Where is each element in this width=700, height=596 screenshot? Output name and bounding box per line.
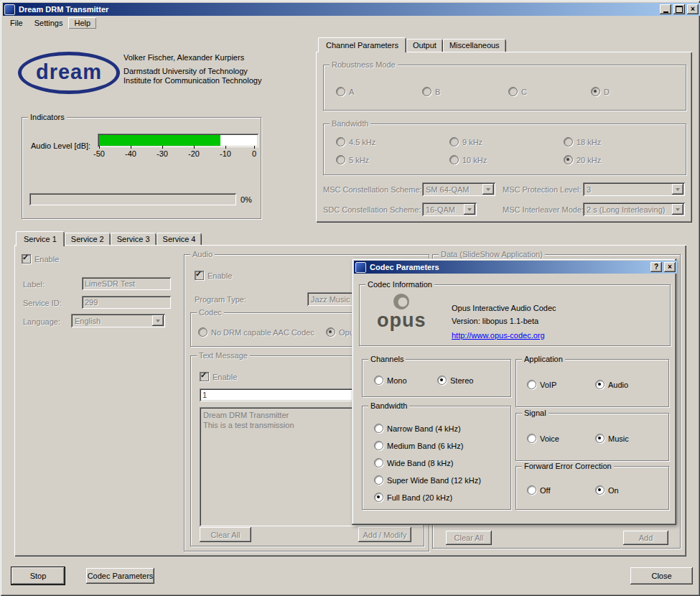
radio-bw-medium[interactable]: Medium Band (6 kHz) — [374, 441, 463, 450]
tab-service-2[interactable]: Service 2 — [65, 233, 111, 246]
radio-codec-aac[interactable]: No DRM capable AAC Codec — [198, 327, 314, 337]
tab-service-3[interactable]: Service 3 — [111, 233, 157, 246]
radio-bw-fullband[interactable]: Full Band (20 kHz) — [374, 493, 452, 502]
dropdown-button[interactable] — [482, 184, 494, 195]
radio-fec-off[interactable]: Off — [527, 485, 550, 495]
radio-icon — [374, 493, 383, 502]
audio-level-label: Audio Level [dB]: — [31, 141, 90, 150]
radio-bandwidth-18khz[interactable]: 18 kHz — [564, 137, 601, 146]
menu-help[interactable]: Help — [68, 17, 96, 29]
meter-tick — [131, 146, 131, 149]
bandwidth-group: Bandwidth 4.5 kHz 9 kHz 18 kHz 5 kHz 10 … — [323, 124, 686, 175]
minimize-button[interactable] — [660, 4, 671, 14]
text-message-group-title: Text Message — [197, 351, 250, 360]
codec-info-title: Codec Information — [365, 280, 434, 289]
tab-channel-parameters[interactable]: Channel Parameters — [318, 37, 406, 52]
audio-enable-checkbox[interactable]: Enable — [195, 271, 232, 280]
close-button[interactable]: × — [687, 4, 699, 14]
radio-label: VoIP — [540, 381, 556, 389]
codec-parameters-dialog: Codec Parameters ? × Codec Information o… — [352, 259, 676, 525]
radio-label: B — [435, 88, 440, 96]
meter-scale-label: -10 — [220, 149, 231, 158]
tab-service-1[interactable]: Service 1 — [16, 231, 65, 246]
menu-settings[interactable]: Settings — [29, 17, 69, 29]
radio-icon — [374, 424, 383, 433]
msc-interleaver-combo[interactable]: 2 s (Long Interleaving) — [583, 202, 685, 216]
dropdown-button[interactable] — [672, 204, 683, 215]
service-language-combo[interactable]: English — [71, 314, 165, 327]
radio-bandwidth-9khz[interactable]: 9 kHz — [449, 137, 482, 146]
radio-signal-music[interactable]: Music — [595, 434, 629, 443]
menu-bar: File Settings Help — [3, 16, 697, 29]
radio-bandwidth-20khz[interactable]: 20 kHz — [564, 155, 601, 164]
dialog-help-button[interactable]: ? — [650, 262, 662, 272]
dialog-title-bar[interactable]: Codec Parameters ? × — [354, 261, 677, 274]
dropdown-button[interactable] — [152, 315, 164, 326]
msc-protection-combo[interactable]: 3 — [583, 182, 685, 196]
button-label: Clear All — [211, 531, 241, 539]
text-message-clear-all-button[interactable]: Clear All — [200, 527, 251, 542]
robustness-group-title: Robustness Mode — [330, 60, 398, 70]
title-bar[interactable]: Dream DRM Transmitter × — [3, 3, 700, 16]
radio-bw-wide[interactable]: Wide Band (8 kHz) — [374, 458, 453, 467]
stop-button[interactable]: Stop — [11, 567, 65, 585]
msc-constellation-combo[interactable]: SM 64-QAM — [422, 182, 495, 196]
radio-icon — [326, 327, 335, 337]
service-id-label: Service ID: — [23, 299, 62, 307]
radio-robustness-d[interactable]: D — [591, 87, 610, 96]
text-message-enable-checkbox[interactable]: Enable — [200, 372, 237, 381]
radio-bandwidth-10khz[interactable]: 10 kHz — [449, 155, 487, 164]
radio-channels-stereo[interactable]: Stereo — [437, 376, 473, 385]
radio-fec-on[interactable]: On — [595, 485, 619, 495]
radio-label: Music — [608, 434, 629, 443]
meter-tick — [99, 146, 100, 149]
menu-file[interactable]: File — [4, 17, 29, 29]
radio-robustness-a[interactable]: A — [336, 87, 354, 96]
button-label: Codec Parameters — [88, 572, 154, 580]
close-app-button[interactable]: Close — [630, 567, 693, 585]
codec-name: Opus Interactive Audio Codec — [452, 304, 556, 312]
text-message-add-modify-button[interactable]: Add / Modify — [358, 527, 411, 542]
codec-parameters-button[interactable]: Codec Parameters — [86, 568, 154, 584]
tab-miscellaneous[interactable]: Miscellaneous — [443, 39, 506, 52]
opus-website-link[interactable]: http://www.opus-codec.org — [452, 331, 545, 340]
dialog-bandwidth-group: Bandwidth Narrow Band (4 kHz) Medium Ban… — [362, 406, 511, 510]
service-label-field[interactable]: LimeSDR Test — [82, 277, 171, 290]
field-value: 1 — [202, 391, 207, 399]
radio-signal-voice[interactable]: Voice — [527, 434, 559, 443]
data-clear-all-button[interactable]: Clear All — [446, 531, 492, 545]
service-id-field[interactable]: 299 — [82, 296, 171, 309]
audio-group-title: Audio — [190, 250, 215, 259]
dialog-close-button[interactable]: × — [664, 262, 676, 272]
sdc-constellation-combo[interactable]: 16-QAM — [422, 202, 477, 216]
channel-parameters-panel: Robustness Mode A B C D Bandwidth 4 — [316, 52, 692, 223]
button-label: Clear All — [454, 534, 484, 542]
radio-bandwidth-4-5khz[interactable]: 4.5 kHz — [336, 137, 375, 146]
signal-group-title: Signal — [522, 409, 549, 418]
radio-bandwidth-5khz[interactable]: 5 kHz — [336, 155, 369, 164]
minimize-icon — [663, 11, 668, 13]
radio-robustness-b[interactable]: B — [422, 87, 440, 96]
dropdown-button[interactable] — [464, 204, 475, 215]
radio-label: C — [521, 88, 527, 96]
service-enable-checkbox[interactable]: Enable — [22, 254, 59, 264]
radio-robustness-c[interactable]: C — [508, 87, 527, 96]
tab-output[interactable]: Output — [406, 39, 443, 52]
radio-channels-mono[interactable]: Mono — [374, 376, 407, 385]
radio-application-voip[interactable]: VoIP — [527, 380, 556, 389]
radio-bw-superwide[interactable]: Super Wide Band (12 kHz) — [374, 475, 481, 485]
radio-bw-narrow[interactable]: Narrow Band (4 kHz) — [374, 424, 461, 433]
dropdown-button[interactable] — [672, 184, 683, 195]
service-tabrow: Service 1 Service 2 Service 3 Service 4 — [16, 231, 202, 246]
data-add-button[interactable]: Add — [623, 531, 668, 545]
field-value: 299 — [85, 298, 98, 307]
radio-label: No DRM capable AAC Codec — [211, 328, 314, 337]
radio-application-audio[interactable]: Audio — [595, 380, 628, 389]
radio-label: Audio — [608, 381, 628, 389]
maximize-button[interactable] — [673, 4, 685, 14]
dialog-icon — [355, 262, 366, 273]
tab-service-4[interactable]: Service 4 — [157, 233, 202, 246]
combo-value: 3 — [583, 185, 671, 194]
dialog-title: Codec Parameters — [368, 263, 648, 271]
credit-line: Institute for Communication Technology — [123, 76, 261, 85]
